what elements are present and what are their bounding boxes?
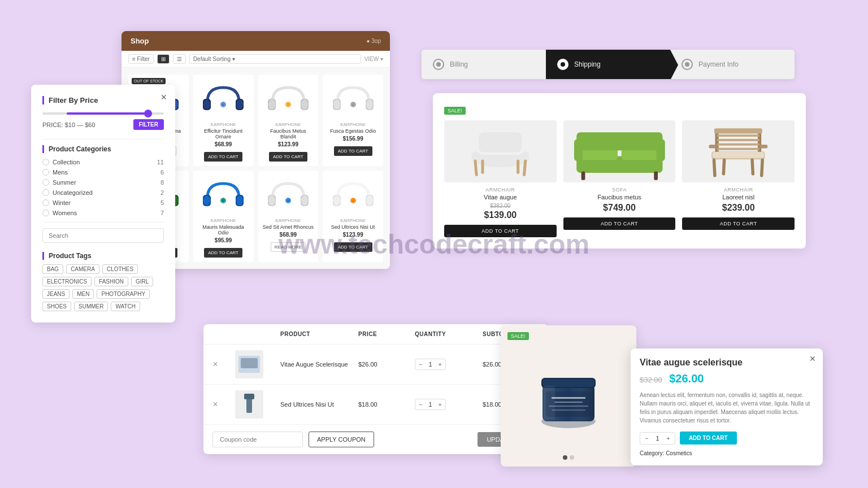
product-category: Category: Cosmetics bbox=[640, 450, 814, 456]
qty-minus-2[interactable]: − bbox=[419, 401, 422, 408]
svg-rect-63 bbox=[654, 172, 658, 180]
tag-item[interactable]: GIRL bbox=[131, 277, 153, 286]
detail-qty-plus[interactable]: + bbox=[666, 435, 670, 442]
category-radio[interactable] bbox=[42, 179, 49, 186]
product-cta-button[interactable]: ADD TO CART bbox=[204, 248, 242, 258]
price-range-bar[interactable] bbox=[42, 112, 164, 115]
category-label: Womens bbox=[53, 210, 77, 216]
product-detail-panel: ✕ Vitae augue scelerisque $32.00 $26.00 … bbox=[631, 348, 823, 465]
category-item[interactable]: Womens 7 bbox=[42, 210, 164, 216]
product-cta-button[interactable]: ADD TO CART bbox=[204, 152, 242, 162]
product-cta-button[interactable]: ADD TO CART bbox=[269, 152, 307, 162]
step-payment[interactable]: Payment Info bbox=[670, 50, 795, 79]
list-view-tool[interactable]: ☰ bbox=[173, 54, 186, 64]
svg-rect-68 bbox=[717, 134, 760, 137]
svg-point-14 bbox=[268, 99, 275, 110]
tag-item[interactable]: SUMMER bbox=[74, 302, 108, 311]
qty-minus-1[interactable]: − bbox=[419, 361, 422, 368]
dot-1[interactable] bbox=[563, 455, 567, 460]
step-billing[interactable]: Billing bbox=[422, 50, 546, 79]
svg-point-44 bbox=[333, 195, 340, 206]
product-image bbox=[266, 175, 311, 215]
tag-item[interactable]: MEN bbox=[72, 289, 94, 299]
product-name: Sed Ultrices Nisi Ut bbox=[327, 224, 379, 230]
product-cta-button[interactable]: ADD TO CART bbox=[334, 242, 372, 252]
category-radio[interactable] bbox=[42, 169, 49, 176]
remove-item-2[interactable]: ✕ bbox=[212, 400, 235, 408]
svg-rect-74 bbox=[760, 158, 764, 177]
tag-item[interactable]: FASHION bbox=[94, 277, 128, 286]
tag-item[interactable]: CAMERA bbox=[66, 264, 99, 274]
apply-coupon-button[interactable]: APPLY COUPON bbox=[309, 432, 374, 447]
filter-tool[interactable]: ≡ Filter bbox=[128, 54, 154, 64]
svg-point-21 bbox=[366, 99, 373, 110]
svg-point-11 bbox=[222, 103, 225, 106]
product-card: EARPHONE Fusca Egestas Odio $156.99 ADD … bbox=[323, 75, 383, 166]
svg-rect-72 bbox=[713, 152, 764, 158]
tag-item[interactable]: ELECTRONICS bbox=[42, 277, 92, 286]
product-cta-button[interactable]: ADD TO CART bbox=[334, 146, 372, 156]
qty-control-2: − 1 + bbox=[415, 399, 446, 410]
tag-item[interactable]: JEANS bbox=[42, 289, 70, 299]
svg-rect-62 bbox=[581, 172, 585, 180]
product-category: EARPHONE bbox=[327, 122, 379, 127]
svg-rect-82 bbox=[244, 394, 254, 399]
category-item[interactable]: Summer 8 bbox=[42, 179, 164, 186]
product-category: EARPHONE bbox=[263, 218, 314, 223]
add-to-cart-button[interactable]: ADD TO CART bbox=[563, 217, 676, 230]
product-price: $68.99 bbox=[198, 141, 249, 147]
tag-item[interactable]: SHOES bbox=[42, 302, 71, 311]
svg-point-32 bbox=[203, 195, 210, 206]
add-to-cart-button[interactable]: ADD TO CART bbox=[444, 225, 557, 237]
svg-rect-67 bbox=[714, 128, 762, 133]
tag-item[interactable]: CLOTHES bbox=[102, 264, 138, 274]
step-shipping-circle bbox=[557, 59, 568, 70]
svg-rect-89 bbox=[552, 397, 585, 399]
svg-point-45 bbox=[366, 195, 373, 206]
category-item[interactable]: Collection 11 bbox=[42, 159, 164, 165]
detail-qty-minus[interactable]: − bbox=[645, 435, 648, 442]
category-item[interactable]: Mens 6 bbox=[42, 169, 164, 176]
step-payment-label: Payment Info bbox=[698, 60, 739, 68]
tag-item[interactable]: WATCH bbox=[111, 302, 140, 311]
category-radio[interactable] bbox=[42, 159, 49, 165]
product-card: EARPHONE Sed Sit Amet Rhoncus $68.99 REA… bbox=[258, 171, 319, 262]
coupon-input[interactable] bbox=[212, 432, 303, 447]
step-arrow bbox=[670, 50, 678, 79]
category-value: Cosmetics bbox=[666, 450, 692, 456]
checkout-steps: Billing Shipping Payment Info bbox=[422, 50, 795, 79]
add-to-cart-button[interactable]: ADD TO CART bbox=[680, 432, 737, 445]
product-name: Mauris Malesuada Odio bbox=[198, 224, 249, 236]
product-card: EARPHONE Mauris Malesuada Odio $95.99 AD… bbox=[193, 171, 254, 262]
svg-rect-87 bbox=[542, 379, 594, 387]
category-radio[interactable] bbox=[42, 199, 49, 206]
add-to-cart-button[interactable]: ADD TO CART bbox=[682, 217, 795, 230]
close-icon[interactable]: ✕ bbox=[809, 354, 816, 363]
dot-2[interactable] bbox=[570, 455, 574, 460]
svg-point-8 bbox=[203, 99, 210, 110]
category-count: 11 bbox=[157, 159, 164, 165]
product-card: EARPHONE Sed Ultrices Nisi Ut $123.99 AD… bbox=[323, 171, 383, 262]
category-item[interactable]: Winter 5 bbox=[42, 199, 164, 206]
grid-view-tool[interactable]: ⊞ bbox=[157, 54, 170, 64]
svg-point-23 bbox=[351, 103, 354, 106]
sort-tool[interactable]: Default Sorting ▾ bbox=[189, 54, 361, 64]
tag-item[interactable]: PHOTOGRAPHY bbox=[97, 289, 150, 299]
category-item[interactable]: Uncategorized 2 bbox=[42, 189, 164, 196]
step-shipping[interactable]: Shipping bbox=[546, 50, 670, 79]
tag-item[interactable]: BAG bbox=[42, 264, 63, 274]
svg-point-41 bbox=[287, 199, 289, 202]
category-label: Collection bbox=[53, 159, 80, 165]
search-input[interactable] bbox=[42, 228, 164, 243]
qty-plus-2[interactable]: + bbox=[438, 401, 441, 408]
close-icon[interactable]: ✕ bbox=[160, 93, 167, 102]
remove-item-1[interactable]: ✕ bbox=[212, 360, 235, 368]
svg-rect-59 bbox=[576, 132, 662, 150]
col-remove bbox=[212, 331, 235, 337]
qty-plus-1[interactable]: + bbox=[438, 361, 441, 368]
category-radio[interactable] bbox=[42, 189, 49, 196]
product-cta-button[interactable]: READ MORE bbox=[271, 242, 306, 252]
filter-button[interactable]: FILTER bbox=[133, 119, 164, 130]
svg-rect-75 bbox=[722, 158, 726, 175]
category-radio[interactable] bbox=[42, 210, 49, 216]
